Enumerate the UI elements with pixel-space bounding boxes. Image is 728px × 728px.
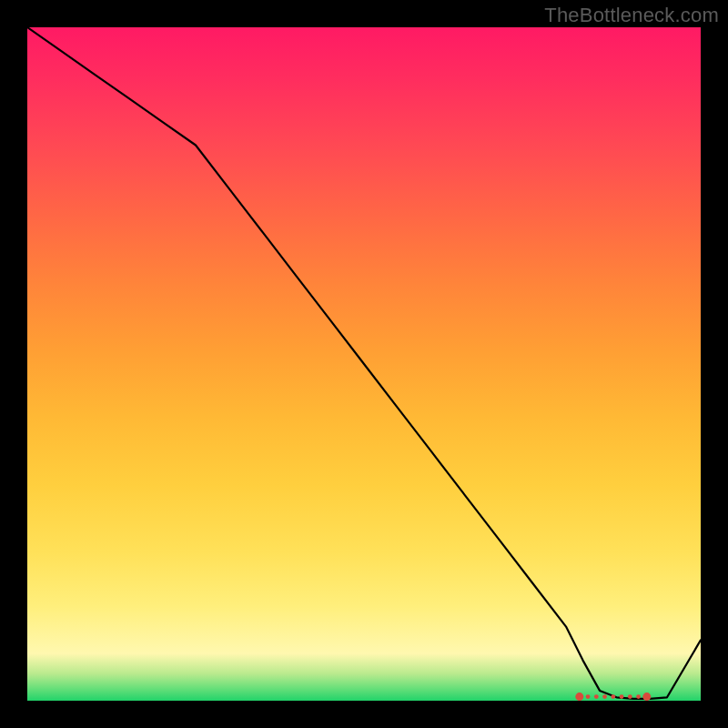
plot-area bbox=[27, 27, 701, 701]
marker-dot bbox=[636, 694, 641, 699]
chart-frame: TheBottleneck.com bbox=[0, 0, 728, 728]
attribution-watermark: TheBottleneck.com bbox=[544, 4, 719, 27]
marker-dot bbox=[586, 694, 591, 699]
marker-dot bbox=[642, 693, 651, 701]
data-line bbox=[27, 27, 701, 699]
marker-dot bbox=[620, 694, 624, 699]
marker-dot bbox=[602, 694, 607, 699]
marker-dot bbox=[575, 693, 583, 701]
marker-dot bbox=[594, 694, 599, 699]
marker-dot bbox=[628, 694, 632, 699]
marker-dot bbox=[611, 694, 615, 699]
plot-overlay-svg bbox=[27, 27, 701, 701]
